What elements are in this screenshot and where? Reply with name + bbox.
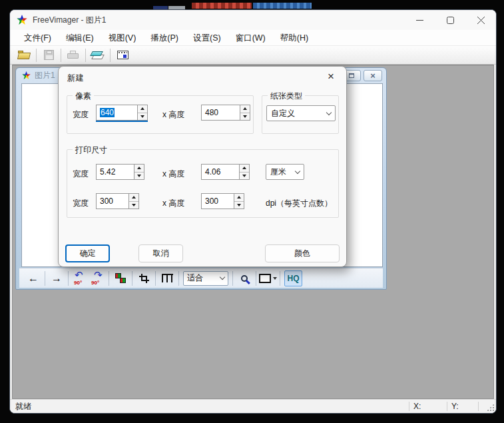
spin-up-icon [243, 107, 247, 110]
paper-type-value: 自定义 [271, 108, 295, 119]
paper-type-group: 纸张类型 自定义 [262, 95, 339, 134]
crop-button[interactable] [135, 270, 152, 286]
resize-button[interactable] [112, 270, 129, 286]
spin-down-icon [140, 115, 144, 118]
print-width-input[interactable]: 5.42 [96, 164, 134, 180]
minimize-button[interactable] [404, 10, 435, 30]
menu-help[interactable]: 帮助(H) [273, 30, 316, 46]
toolbar-separator [61, 49, 61, 62]
ok-button[interactable]: 确定 [65, 244, 110, 262]
crop-icon [139, 274, 149, 283]
dpi-width-input[interactable]: 300 [96, 193, 128, 209]
color-button[interactable]: 颜色 [265, 244, 340, 262]
arrow-left-icon: ← [28, 273, 39, 284]
print-width-label: 宽度 [73, 169, 89, 180]
spin-down-button[interactable] [240, 173, 249, 180]
pixel-height-input[interactable]: 480 [201, 105, 240, 121]
spin-up-button[interactable] [134, 165, 144, 173]
app-window: FreeVimager - 图片1 文件(F) 编辑(E) 视图(V) 播放(P… [9, 9, 497, 414]
maximize-icon [349, 73, 354, 78]
minimize-icon [416, 17, 423, 24]
capture-icon [117, 51, 128, 59]
spin-down-button[interactable] [138, 113, 147, 121]
toolbar-separator [68, 271, 69, 286]
status-y-coordinate: Y: [447, 402, 478, 411]
pixel-width-label: 宽度 [73, 109, 89, 121]
viewer-toolbar: ← → ↶ 90° ↷ 90° [19, 268, 383, 288]
document-window-controls: × [342, 70, 382, 81]
toolbar-separator [45, 271, 45, 286]
rotate-left-button[interactable]: ↶ 90° [71, 270, 89, 286]
spin-down-icon [243, 115, 247, 118]
menu-file[interactable]: 文件(F) [17, 30, 59, 46]
spin-down-button[interactable] [240, 113, 250, 121]
pixel-group: 像素 宽度 640 x 高度 480 [67, 95, 254, 134]
print-height-label: x 高度 [162, 169, 184, 180]
spin-up-button[interactable] [129, 194, 138, 202]
menu-play[interactable]: 播放(P) [143, 30, 186, 46]
unit-select[interactable]: 厘米 [266, 164, 304, 180]
paper-type-select[interactable]: 自定义 [266, 105, 336, 121]
titlebar: FreeVimager - 图片1 [10, 10, 496, 30]
new-image-dialog: 新建 × 像素 宽度 640 x 高度 480 [58, 66, 347, 267]
chevron-down-icon [220, 274, 225, 280]
rotate-right-icon: ↷ 90° [89, 271, 105, 286]
maximize-icon [447, 17, 454, 24]
toolbar-separator [178, 271, 179, 286]
capture-button[interactable] [114, 47, 131, 63]
spin-down-button[interactable] [134, 173, 144, 180]
spin-down-button[interactable] [234, 202, 244, 209]
dpi-width-label: 宽度 [73, 198, 89, 209]
background-artifact [253, 3, 312, 9]
spin-up-button[interactable] [240, 165, 249, 173]
print-button[interactable] [65, 47, 82, 63]
selection-shape-button[interactable] [259, 270, 277, 286]
zoom-mode-select[interactable]: 适合 [183, 271, 228, 286]
zoom-tool-button[interactable] [236, 270, 253, 286]
close-icon: × [370, 71, 376, 80]
spin-up-button[interactable] [234, 194, 244, 202]
spin-down-button[interactable] [129, 202, 138, 209]
menu-settings[interactable]: 设置(S) [186, 30, 228, 46]
print-height-input[interactable]: 4.06 [201, 164, 239, 180]
open-file-button[interactable] [15, 47, 33, 63]
levels-icon [162, 274, 173, 282]
spin-up-button[interactable] [138, 105, 147, 113]
document-close-button[interactable]: × [364, 70, 382, 81]
maximize-button[interactable] [435, 10, 465, 30]
spin-down-icon [242, 175, 246, 177]
dropdown-caret-icon [273, 277, 277, 280]
magnifier-icon [241, 275, 248, 282]
next-image-button[interactable]: → [48, 270, 65, 286]
toolbar-separator [232, 271, 233, 286]
menu-edit[interactable]: 编辑(E) [59, 30, 101, 46]
close-button[interactable] [465, 10, 496, 30]
dpi-height-input[interactable]: 300 [201, 193, 234, 209]
resize-grip-icon [487, 404, 494, 411]
previous-image-button[interactable]: ← [25, 270, 42, 286]
rectangle-select-icon [259, 274, 271, 283]
high-quality-toggle[interactable]: HQ [284, 270, 302, 286]
print-size-group: 打印尺寸 宽度 5.42 x 高度 4.06 [67, 149, 339, 218]
resize-grip[interactable] [479, 400, 496, 413]
paper-type-label: 纸张类型 [268, 91, 305, 102]
dialog-close-button[interactable]: × [324, 69, 338, 84]
dpi-height-spinner: 300 [201, 193, 244, 209]
save-icon [44, 50, 54, 60]
spin-down-icon [137, 175, 141, 177]
save-button[interactable] [40, 47, 57, 63]
print-icon [67, 51, 79, 60]
cancel-button[interactable]: 取消 [138, 244, 183, 262]
status-message: 就绪 [10, 401, 409, 412]
hq-label: HQ [288, 274, 300, 283]
levels-button[interactable] [158, 270, 176, 286]
spin-up-button[interactable] [240, 105, 250, 113]
scan-button[interactable] [89, 47, 107, 63]
menu-window[interactable]: 窗口(W) [228, 30, 273, 46]
rotate-right-button[interactable]: ↷ 90° [89, 270, 106, 286]
pixel-width-input[interactable]: 640 [96, 105, 137, 121]
document-icon [22, 71, 31, 80]
toolbar-separator [110, 49, 111, 62]
menu-view[interactable]: 视图(V) [101, 30, 144, 46]
spin-up-icon [140, 107, 144, 110]
